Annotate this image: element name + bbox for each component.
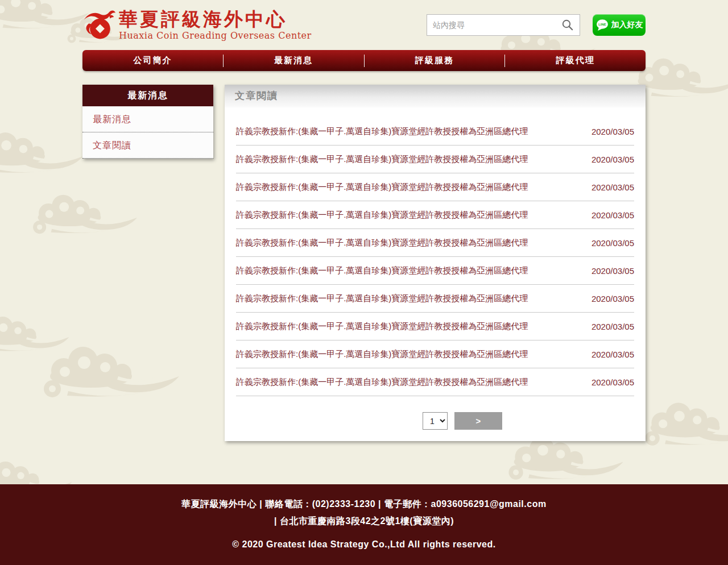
article-title-link[interactable]: 許義宗教授新作:(集藏一甲子.萬選自珍集)寶源堂經許教授授權為亞洲區總代理	[236, 238, 528, 248]
article-date: 2020/03/05	[592, 294, 634, 304]
sidebar-title: 最新消息	[82, 85, 213, 106]
article-row: 許義宗教授新作:(集藏一甲子.萬選自珍集)寶源堂經許教授授權為亞洲區總代理202…	[236, 173, 634, 201]
brand-title: 華夏評級海外中心	[119, 9, 312, 30]
sidebar: 最新消息 最新消息 文章閱讀	[82, 85, 213, 159]
article-row: 許義宗教授新作:(集藏一甲子.萬選自珍集)寶源堂經許教授授權為亞洲區總代理202…	[236, 146, 634, 173]
article-row: 許義宗教授新作:(集藏一甲子.萬選自珍集)寶源堂經許教授授權為亞洲區總代理202…	[236, 340, 634, 368]
article-date: 2020/03/05	[592, 350, 634, 359]
footer-contact-line: 華夏評級海外中心 | 聯絡電話：(02)2333-1230 | 電子郵件：a09…	[0, 496, 728, 513]
brand-subtitle: Huaxia Coin Greading Overseas Center	[119, 30, 312, 41]
article-date: 2020/03/05	[592, 182, 634, 192]
article-title-link[interactable]: 許義宗教授新作:(集藏一甲子.萬選自珍集)寶源堂經許教授授權為亞洲區總代理	[236, 265, 528, 276]
site-logo[interactable]: 華夏評級海外中心 Huaxia Coin Greading Overseas C…	[82, 8, 312, 42]
article-row: 許義宗教授新作:(集藏一甲子.萬選自珍集)寶源堂經許教授授權為亞洲區總代理202…	[236, 313, 634, 340]
page-select[interactable]: 1	[423, 412, 448, 430]
content-panel: 文章閱讀 許義宗教授新作:(集藏一甲子.萬選自珍集)寶源堂經許教授授權為亞洲區總…	[225, 85, 646, 441]
article-row: 許義宗教授新作:(集藏一甲子.萬選自珍集)寶源堂經許教授授權為亞洲區總代理202…	[236, 118, 634, 146]
sidebar-item-news[interactable]: 最新消息	[82, 106, 213, 132]
article-date: 2020/03/05	[592, 266, 634, 276]
main-area: 最新消息 最新消息 文章閱讀 文章閱讀 許義宗教授新作:(集藏一甲子.萬選自珍集…	[82, 85, 646, 441]
article-title-link[interactable]: 許義宗教授新作:(集藏一甲子.萬選自珍集)寶源堂經許教授授權為亞洲區總代理	[236, 154, 528, 165]
pagination: 1 >	[225, 412, 646, 430]
article-list: 許義宗教授新作:(集藏一甲子.萬選自珍集)寶源堂經許教授授權為亞洲區總代理202…	[236, 118, 634, 396]
article-row: 許義宗教授新作:(集藏一甲子.萬選自珍集)寶源堂經許教授授權為亞洲區總代理202…	[236, 257, 634, 285]
line-add-friend-button[interactable]: LINE 加入好友	[593, 14, 646, 36]
article-title-link[interactable]: 許義宗教授新作:(集藏一甲子.萬選自珍集)寶源堂經許教授授權為亞洲區總代理	[236, 126, 528, 137]
svg-text:LINE: LINE	[598, 23, 606, 26]
nav-item-about[interactable]: 公司簡介	[82, 50, 223, 71]
article-date: 2020/03/05	[592, 322, 634, 331]
article-row: 許義宗教授新作:(集藏一甲子.萬選自珍集)寶源堂經許教授授權為亞洲區總代理202…	[236, 229, 634, 257]
article-date: 2020/03/05	[592, 238, 634, 248]
site-search	[427, 14, 580, 36]
line-button-label: 加入好友	[611, 20, 643, 30]
line-bubble-icon: LINE	[595, 19, 609, 31]
article-title-link[interactable]: 許義宗教授新作:(集藏一甲子.萬選自珍集)寶源堂經許教授授權為亞洲區總代理	[236, 210, 528, 221]
footer-copyright: © 2020 Greatest Idea Strategy Co.,Ltd Al…	[0, 539, 728, 550]
article-date: 2020/03/05	[592, 377, 634, 387]
article-title-link[interactable]: 許義宗教授新作:(集藏一甲子.萬選自珍集)寶源堂經許教授授權為亞洲區總代理	[236, 182, 528, 193]
search-input[interactable]	[433, 20, 561, 30]
page-title: 文章閱讀	[225, 85, 646, 107]
nav-item-agency[interactable]: 評級代理	[505, 50, 646, 71]
article-date: 2020/03/05	[592, 210, 634, 220]
nav-item-services[interactable]: 評級服務	[365, 50, 505, 71]
cloud-decoration	[637, 398, 728, 460]
article-row: 許義宗教授新作:(集藏一甲子.萬選自珍集)寶源堂經許教授授權為亞洲區總代理202…	[236, 368, 634, 396]
article-row: 許義宗教授新作:(集藏一甲子.萬選自珍集)寶源堂經許教授授權為亞洲區總代理202…	[236, 201, 634, 229]
article-date: 2020/03/05	[592, 127, 634, 136]
sidebar-item-articles[interactable]: 文章閱讀	[82, 132, 213, 159]
main-nav: 公司簡介 最新消息 評級服務 評級代理	[82, 50, 646, 71]
coin-dragon-logo-icon	[82, 8, 117, 42]
article-title-link[interactable]: 許義宗教授新作:(集藏一甲子.萬選自珍集)寶源堂經許教授授權為亞洲區總代理	[236, 349, 528, 360]
article-row: 許義宗教授新作:(集藏一甲子.萬選自珍集)寶源堂經許教授授權為亞洲區總代理202…	[236, 285, 634, 313]
article-title-link[interactable]: 許義宗教授新作:(集藏一甲子.萬選自珍集)寶源堂經許教授授權為亞洲區總代理	[236, 321, 528, 332]
site-footer: 華夏評級海外中心 | 聯絡電話：(02)2333-1230 | 電子郵件：a09…	[0, 484, 728, 565]
article-date: 2020/03/05	[592, 155, 634, 164]
cloud-decoration	[0, 128, 85, 188]
article-title-link[interactable]: 許義宗教授新作:(集藏一甲子.萬選自珍集)寶源堂經許教授授權為亞洲區總代理	[236, 293, 528, 304]
search-icon[interactable]	[561, 19, 574, 31]
footer-address-line: | 台北市重慶南路3段42之2號1樓(寶源堂內)	[0, 513, 728, 530]
cloud-decoration	[0, 0, 91, 43]
next-page-button[interactable]: >	[454, 412, 502, 430]
article-title-link[interactable]: 許義宗教授新作:(集藏一甲子.萬選自珍集)寶源堂經許教授授權為亞洲區總代理	[236, 377, 528, 388]
site-header: 華夏評級海外中心 Huaxia Coin Greading Overseas C…	[82, 0, 646, 50]
nav-item-news[interactable]: 最新消息	[224, 50, 364, 71]
cloud-decoration	[0, 313, 71, 364]
